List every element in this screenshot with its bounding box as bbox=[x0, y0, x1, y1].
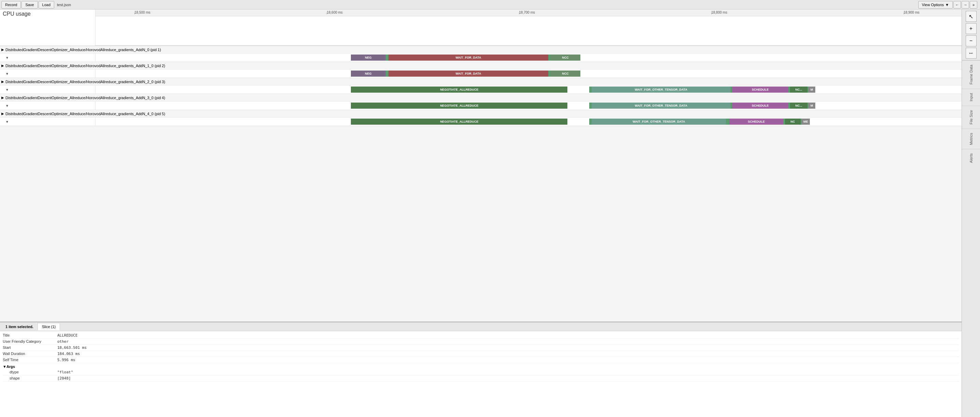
sidebar-icons: ↖ + − ↔ bbox=[962, 10, 980, 60]
sidebar-label-alerts[interactable]: Alerts bbox=[962, 149, 980, 167]
selected-label: 1 item selected. bbox=[3, 325, 36, 329]
nav-right-button[interactable]: → bbox=[962, 1, 969, 8]
trace-bar-2-5[interactable]: M bbox=[808, 87, 815, 93]
category-key: User Friendly Category bbox=[3, 339, 57, 344]
slice-tab[interactable]: Slice (1) bbox=[38, 323, 60, 330]
ruler-tick-0: 18,500 ms bbox=[134, 11, 150, 14]
title-key: Title bbox=[3, 333, 57, 338]
track-group-3: ▶DistributedGradientDescentOptimizer_All… bbox=[0, 94, 962, 110]
trace-bar-4-4[interactable]: NC bbox=[785, 119, 801, 125]
track-group-2: ▶DistributedGradientDescentOptimizer_All… bbox=[0, 78, 962, 94]
track-row-0: ▼NEGALLREDUCEWAIT_FOR_DATANCC bbox=[0, 54, 962, 62]
plus-icon: + bbox=[969, 25, 972, 32]
track-group-1: ▶DistributedGradientDescentOptimizer_All… bbox=[0, 62, 962, 78]
title-value: ALLREDUCE bbox=[57, 333, 78, 338]
track-header-label-3: DistributedGradientDescentOptimizer_Allr… bbox=[5, 96, 165, 100]
track-group-0: ▶DistributedGradientDescentOptimizer_All… bbox=[0, 46, 962, 62]
track-row-4: ▼NEGOTIATE_ALLREDUCEALLREDUCEWAIT_FOR_OT… bbox=[0, 117, 962, 126]
arg-key-0: dtype bbox=[3, 370, 57, 374]
track-arrow-2: ▶ bbox=[2, 80, 4, 84]
cursor-icon-btn[interactable]: ↖ bbox=[966, 11, 977, 22]
start-value: 18,663.501 ms bbox=[57, 346, 87, 350]
track-canvas-1: NEGALLREDUCEWAIT_FOR_DATANCC bbox=[95, 70, 962, 78]
cpu-chart bbox=[95, 18, 962, 46]
trace-bar-2-3[interactable]: SCHEDULE bbox=[732, 87, 788, 93]
cpu-header: CPU usage bbox=[0, 10, 95, 18]
main-container: CPU usage 18,500 ms 18,600 ms 18,700 ms … bbox=[0, 10, 980, 417]
nav-expand-button[interactable]: » bbox=[970, 1, 977, 8]
sidebar-label-frame-data[interactable]: Frame Data bbox=[962, 60, 980, 89]
view-options-button[interactable]: View Options ▼ bbox=[918, 1, 953, 8]
trace-area: CPU usage 18,500 ms 18,600 ms 18,700 ms … bbox=[0, 10, 962, 322]
load-button[interactable]: Load bbox=[38, 1, 54, 8]
trace-bar-1-3[interactable]: NCC bbox=[550, 71, 581, 77]
sidebar-label-input[interactable]: Input bbox=[962, 89, 980, 105]
wall-duration-key: Wall Duration bbox=[3, 352, 57, 356]
track-sub-label-0: ▼ bbox=[0, 54, 95, 62]
expand-icon-btn[interactable]: ↔ bbox=[966, 48, 977, 59]
detail-row-category: User Friendly Category other bbox=[3, 339, 959, 345]
track-sub-label-1: ▼ bbox=[0, 70, 95, 78]
detail-row-title: Title ALLREDUCE bbox=[3, 333, 959, 339]
trace-bar-1-0[interactable]: NEG bbox=[351, 71, 386, 77]
trace-bar-0-0[interactable]: NEG bbox=[351, 54, 386, 61]
trace-bar-0-2[interactable]: WAIT_FOR_DATA bbox=[388, 54, 549, 61]
ruler-tick-1: 18,600 ms bbox=[327, 11, 343, 14]
detail-row-wall-duration: Wall Duration 184.063 ms bbox=[3, 351, 959, 357]
track-header-2[interactable]: ▶DistributedGradientDescentOptimizer_All… bbox=[0, 78, 962, 86]
wall-duration-value: 184.063 ms bbox=[57, 352, 80, 356]
sidebar-label-metrics[interactable]: Metrics bbox=[962, 128, 980, 149]
minus-icon-btn[interactable]: − bbox=[966, 35, 977, 46]
track-arrow-0: ▶ bbox=[2, 48, 4, 51]
ruler-tick-4: 18,900 ms bbox=[904, 11, 920, 14]
trace-bar-1-2[interactable]: WAIT_FOR_DATA bbox=[388, 71, 549, 77]
arg-key-1: shape bbox=[3, 376, 57, 381]
left-panel: CPU usage 18,500 ms 18,600 ms 18,700 ms … bbox=[0, 10, 962, 417]
self-time-value: 5.996 ms bbox=[57, 358, 75, 362]
trace-bar-4-0[interactable]: NEGOTIATE_ALLREDUCE bbox=[351, 119, 567, 125]
trace-bar-0-3[interactable]: NCC bbox=[550, 54, 581, 61]
track-header-0[interactable]: ▶DistributedGradientDescentOptimizer_All… bbox=[0, 46, 962, 54]
ruler-tick-3: 18,800 ms bbox=[711, 11, 727, 14]
sidebar-label-file-size[interactable]: File Size bbox=[962, 106, 980, 128]
cpu-section: CPU usage 18,500 ms 18,600 ms 18,700 ms … bbox=[0, 10, 962, 46]
track-group-4: ▶DistributedGradientDescentOptimizer_All… bbox=[0, 110, 962, 126]
bottom-panel: 1 item selected. Slice (1) Title ALLREDU… bbox=[0, 322, 962, 417]
trace-bar-4-2[interactable]: WAIT_FOR_OTHER_TENSOR_DATA bbox=[592, 119, 726, 125]
filename-label: test.json bbox=[57, 3, 71, 7]
args-rows: dtype"float"shape[2048] bbox=[3, 369, 959, 382]
save-button[interactable]: Save bbox=[21, 1, 38, 8]
detail-row-start: Start 18,663.501 ms bbox=[3, 345, 959, 351]
timeline-ruler: 18,500 ms 18,600 ms 18,700 ms 18,800 ms … bbox=[95, 10, 962, 16]
trace-bar-3-4[interactable]: NC... bbox=[790, 103, 807, 109]
trace-bar-3-5[interactable]: M bbox=[808, 103, 815, 109]
right-sidebar: ↖ + − ↔ Frame Data Input File Size M bbox=[962, 10, 980, 417]
record-button[interactable]: Record bbox=[2, 1, 21, 8]
arg-val-1: [2048] bbox=[57, 376, 71, 381]
track-row-2: ▼NEGOTIATE_ALLREDUCEALLREDUCEWAIT_FOR_OT… bbox=[0, 86, 962, 94]
track-header-label-2: DistributedGradientDescentOptimizer_Allr… bbox=[5, 80, 165, 84]
trace-bar-4-5[interactable]: ME bbox=[801, 119, 810, 125]
track-header-1[interactable]: ▶DistributedGradientDescentOptimizer_All… bbox=[0, 62, 962, 70]
args-header[interactable]: ▼Args bbox=[3, 363, 959, 369]
view-options-label: View Options bbox=[922, 3, 944, 7]
plus-icon-btn[interactable]: + bbox=[966, 23, 977, 34]
track-header-3[interactable]: ▶DistributedGradientDescentOptimizer_All… bbox=[0, 94, 962, 101]
start-key: Start bbox=[3, 346, 57, 350]
bottom-tabs: 1 item selected. Slice (1) bbox=[0, 322, 962, 331]
nav-left-button[interactable]: ← bbox=[953, 1, 961, 8]
trace-bar-3-0[interactable]: NEGOTIATE_ALLREDUCE bbox=[351, 103, 567, 109]
track-header-label-4: DistributedGradientDescentOptimizer_Allr… bbox=[5, 112, 165, 116]
trace-bar-3-3[interactable]: SCHEDULE bbox=[732, 103, 788, 109]
trace-bar-2-0[interactable]: NEGOTIATE_ALLREDUCE bbox=[351, 87, 567, 93]
track-sub-label-3: ▼ bbox=[0, 101, 95, 110]
trace-bar-3-2[interactable]: WAIT_FOR_OTHER_TENSOR_DATA bbox=[592, 103, 730, 109]
trace-bar-4-3[interactable]: SCHEDULE bbox=[729, 119, 783, 125]
track-arrow-1: ▶ bbox=[2, 64, 4, 67]
track-canvas-4: NEGOTIATE_ALLREDUCEALLREDUCEWAIT_FOR_OTH… bbox=[95, 117, 962, 126]
trace-bar-2-4[interactable]: NC... bbox=[790, 87, 807, 93]
track-arrow-3: ▶ bbox=[2, 96, 4, 100]
trace-bar-2-2[interactable]: WAIT_FOR_OTHER_TENSOR_DATA bbox=[592, 87, 730, 93]
track-header-4[interactable]: ▶DistributedGradientDescentOptimizer_All… bbox=[0, 110, 962, 117]
slice-tab-label: Slice (1) bbox=[42, 325, 56, 329]
